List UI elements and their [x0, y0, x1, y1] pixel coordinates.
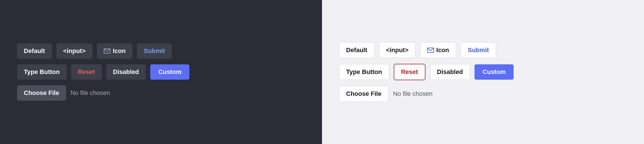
- dark-row-3: Choose File No file chosen: [17, 85, 110, 101]
- light-reset-button[interactable]: Reset: [394, 64, 425, 80]
- dark-default-button[interactable]: Default: [17, 43, 52, 59]
- light-choosefile-button[interactable]: Choose File: [339, 86, 389, 102]
- dark-panel: Default <input> Icon Submit Type Button …: [0, 0, 322, 144]
- light-custom-button[interactable]: Custom: [474, 64, 514, 80]
- light-icon-label: Icon: [436, 46, 449, 54]
- dark-submit-button[interactable]: Submit: [137, 43, 172, 59]
- light-row-2: Type Button Reset Disabled Custom: [339, 64, 514, 80]
- light-panel: Default <input> Icon Submit Type Button …: [322, 0, 644, 144]
- dark-reset-button[interactable]: Reset: [71, 64, 102, 80]
- light-row-3: Choose File No file chosen: [339, 86, 433, 102]
- dark-row-2: Type Button Reset Disabled Custom: [17, 64, 189, 80]
- dark-typebutton-button[interactable]: Type Button: [17, 64, 67, 80]
- light-row-1: Default <input> Icon Submit: [339, 42, 496, 58]
- light-typebutton-button[interactable]: Type Button: [339, 64, 389, 80]
- dark-icon-label: Icon: [113, 47, 126, 55]
- dark-input-button[interactable]: <input>: [56, 43, 92, 59]
- light-disabled-button[interactable]: Disabled: [430, 64, 470, 80]
- dark-icon-button[interactable]: Icon: [97, 43, 132, 59]
- light-input-button[interactable]: <input>: [379, 42, 416, 58]
- mail-icon-light: [427, 48, 434, 53]
- dark-disabled-button[interactable]: Disabled: [106, 64, 146, 80]
- light-default-button[interactable]: Default: [339, 42, 374, 58]
- light-icon-button[interactable]: Icon: [420, 42, 456, 58]
- dark-choosefile-button[interactable]: Choose File: [17, 85, 66, 101]
- mail-icon: [104, 48, 111, 54]
- dark-custom-button[interactable]: Custom: [150, 64, 189, 80]
- light-submit-button[interactable]: Submit: [461, 42, 496, 58]
- dark-nofile-text: No file chosen: [71, 89, 110, 97]
- light-nofile-text: No file chosen: [393, 90, 433, 98]
- dark-row-1: Default <input> Icon Submit: [17, 43, 172, 59]
